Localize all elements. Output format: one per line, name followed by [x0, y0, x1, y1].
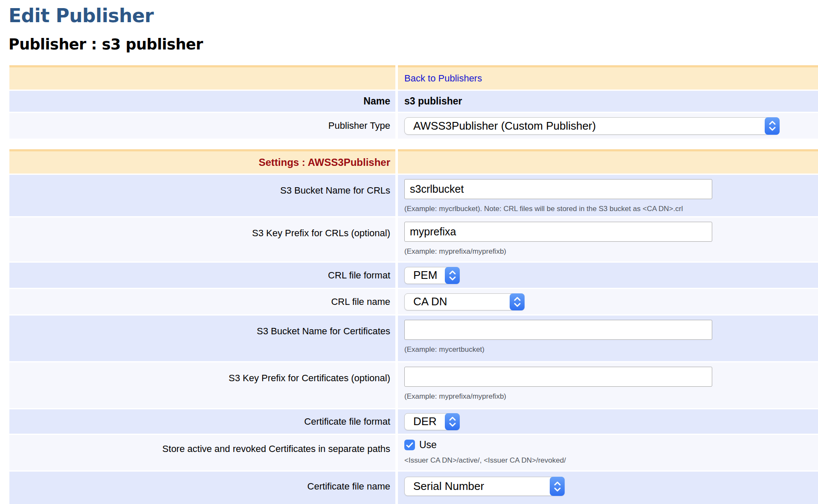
crl-bucket-value-cell: (Example: mycrlbucket). Note: CRL files … — [398, 175, 818, 216]
crl-filename-label-cell: CRL file name — [9, 289, 395, 314]
publisher-type-select[interactable]: AWSS3Publisher (Custom Publisher) — [404, 117, 780, 135]
crl-filename-value-cell: CA DN — [398, 289, 818, 314]
publisher-type-value-cell: AWSS3Publisher (Custom Publisher) — [398, 113, 818, 139]
cert-filename-label-cell: Certificate file name — [9, 472, 395, 504]
publisher-summary-table: Back to Publishers Name s3 publisher Pub… — [9, 65, 818, 139]
cert-format-label: Certificate file format — [304, 416, 390, 427]
separate-paths-hint: <Issuer CA DN>/active/, <Issuer CA DN>/r… — [404, 456, 566, 465]
crl-filename-select[interactable]: CA DN — [404, 293, 525, 310]
cert-bucket-input[interactable] — [404, 320, 712, 340]
publisher-type-label-cell: Publisher Type — [9, 113, 395, 139]
cert-bucket-hint: (Example: mycertbucket) — [404, 345, 484, 354]
name-label: Name — [363, 96, 390, 107]
crl-format-value-cell: PEM — [398, 263, 818, 288]
cert-filename-value-cell: Serial Number — [398, 472, 818, 504]
crl-bucket-input[interactable] — [404, 179, 712, 199]
cert-prefix-label: S3 Key Prefix for Certificates (optional… — [229, 373, 390, 384]
publisher-name-value: s3 publisher — [404, 96, 462, 107]
cert-format-value-cell: DER — [398, 409, 818, 434]
use-checkbox-label: Use — [419, 439, 437, 451]
cert-filename-label: Certificate file name — [307, 481, 390, 492]
separate-paths-label-cell: Store active and revoked Certificates in… — [9, 435, 395, 470]
name-row-label-cell: Name — [9, 91, 395, 112]
crl-bucket-hint: (Example: mycrlbucket). Note: CRL files … — [404, 205, 683, 213]
chevron-up-down-icon — [550, 477, 565, 496]
settings-header: Settings : AWSS3Publisher — [259, 156, 391, 168]
cert-format-label-cell: Certificate file format — [9, 409, 395, 434]
cert-filename-selected-option: Serial Number — [405, 480, 484, 493]
cert-prefix-value-cell: (Example: myprefixa/myprefixb) — [398, 362, 818, 408]
cert-prefix-input[interactable] — [404, 367, 712, 387]
publisher-type-label: Publisher Type — [328, 120, 390, 131]
separate-paths-value-cell: Use <Issuer CA DN>/active/, <Issuer CA D… — [398, 435, 818, 470]
crl-bucket-label: S3 Bucket Name for CRLs — [280, 185, 390, 196]
crl-prefix-value-cell: (Example: myprefixa/myprefixb) — [398, 217, 818, 261]
cert-prefix-label-cell: S3 Key Prefix for Certificates (optional… — [9, 362, 395, 408]
settings-table: Settings : AWSS3Publisher S3 Bucket Name… — [9, 149, 818, 504]
cert-prefix-hint: (Example: myprefixa/myprefixb) — [404, 392, 506, 401]
separate-paths-label: Store active and revoked Certificates in… — [162, 443, 390, 455]
crl-prefix-label: S3 Key Prefix for CRLs (optional) — [252, 228, 390, 239]
top-header-right-cell: Back to Publishers — [398, 65, 818, 90]
crl-filename-selected-option: CA DN — [405, 295, 447, 308]
crl-format-label-cell: CRL file format — [9, 263, 395, 288]
cert-bucket-label: S3 Bucket Name for Certificates — [257, 326, 390, 337]
page-title: Edit Publisher — [9, 5, 818, 27]
settings-header-cell: Settings : AWSS3Publisher — [9, 149, 395, 174]
crl-format-selected-option: PEM — [405, 269, 437, 282]
cert-format-select[interactable]: DER — [404, 413, 460, 430]
cert-filename-select[interactable]: Serial Number — [404, 477, 565, 496]
chevron-up-down-icon — [765, 117, 780, 135]
chevron-up-down-icon — [510, 293, 525, 310]
use-checkbox[interactable] — [404, 440, 415, 450]
top-header-left-cell — [9, 65, 395, 90]
chevron-up-down-icon — [445, 267, 460, 284]
cert-bucket-value-cell: (Example: mycertbucket) — [398, 316, 818, 361]
name-row-value-cell: s3 publisher — [398, 91, 818, 112]
back-to-publishers-link[interactable]: Back to Publishers — [404, 73, 482, 84]
publisher-subtitle: Publisher : s3 publisher — [9, 36, 818, 53]
crl-bucket-label-cell: S3 Bucket Name for CRLs — [9, 175, 395, 216]
cert-format-selected-option: DER — [405, 415, 437, 428]
publisher-type-selected-option: AWSS3Publisher (Custom Publisher) — [405, 119, 596, 133]
chevron-up-down-icon — [445, 413, 460, 430]
crl-filename-label: CRL file name — [331, 296, 390, 307]
crl-format-label: CRL file format — [328, 270, 390, 281]
settings-header-right-cell — [398, 149, 818, 174]
crl-format-select[interactable]: PEM — [404, 267, 460, 284]
check-icon — [406, 442, 413, 448]
cert-bucket-label-cell: S3 Bucket Name for Certificates — [9, 316, 395, 361]
crl-prefix-hint: (Example: myprefixa/myprefixb) — [404, 247, 506, 256]
crl-prefix-label-cell: S3 Key Prefix for CRLs (optional) — [9, 217, 395, 261]
crl-prefix-input[interactable] — [404, 222, 712, 242]
